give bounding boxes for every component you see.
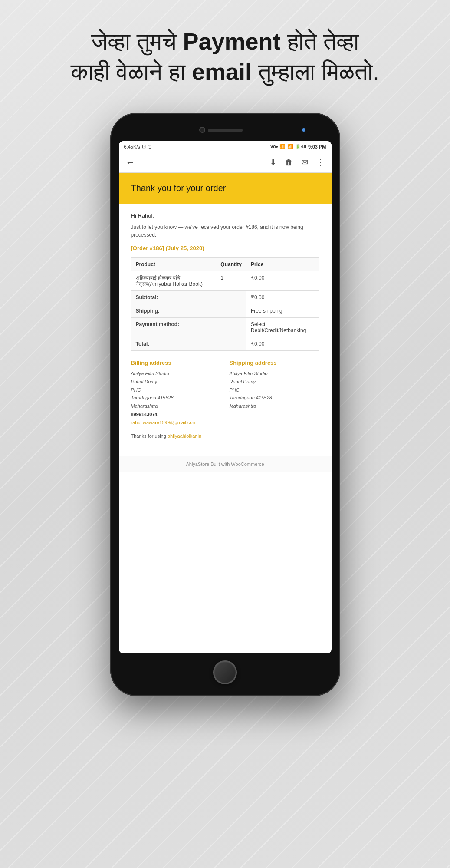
total-label: Total: <box>131 337 246 351</box>
thanks-line: Thanks for using ahilyaahiolkar.in <box>131 433 319 439</box>
back-button[interactable]: ← <box>126 157 135 168</box>
headline-line2: काही वेळाने हा email तुम्हाला मिळतो. <box>71 59 379 85</box>
shipping-title: Shipping address <box>230 360 319 366</box>
headline-line1: जेव्हा तुमचे Payment होते तेव्हा <box>91 28 358 54</box>
status-left: 6.45K/s ⊡ ⏱ <box>124 144 152 149</box>
time-display: 9:03 PM <box>308 144 326 149</box>
mail-icon[interactable]: ✉ <box>302 158 308 167</box>
headline-text: जेव्हा तुमचे Payment होते तेव्हा काही वे… <box>26 26 424 87</box>
shipping-address: Shipping address Ahilya Film Studio Rahu… <box>230 360 319 426</box>
more-icon[interactable]: ⋮ <box>317 158 325 167</box>
phone-screen: 6.45K/s ⊡ ⏱ Vo₂ 📶 📶 🔋48 9:03 PM ← <box>119 141 332 653</box>
billing-line4: Taradagaon 415528 <box>131 395 174 400</box>
table-row: अहिल्याबाई होळकर यांचे नेत्रत्व(Ahilyaba… <box>131 271 319 291</box>
thanks-link[interactable]: ahilyaahiolkar.in <box>168 433 201 439</box>
shipping-body: Ahilya Film Studio Rahul Dumy PHC Tarada… <box>230 370 319 410</box>
billing-title: Billing address <box>131 360 221 366</box>
subtotal-value: ₹0.00 <box>246 291 319 304</box>
email-content: Thank you for your order Hi Rahul, Just … <box>119 173 332 472</box>
thanks-text: Thanks for using <box>131 433 166 439</box>
email-banner: Thank you for your order <box>119 173 332 204</box>
home-button[interactable] <box>213 660 237 684</box>
shipping-line5: Maharashtra <box>230 403 256 409</box>
clock-icon: ⏱ <box>148 144 152 149</box>
headline-section: जेव्हा तुमचे Payment होते तेव्हा काही वे… <box>0 0 450 104</box>
shipping-row: Shipping: Free shipping <box>131 304 319 318</box>
billing-address: Billing address Ahilya Film Studio Rahul… <box>131 360 221 426</box>
page-background: जेव्हा तुमचे Payment होते तेव्हा काही वे… <box>0 0 450 868</box>
col-price: Price <box>246 258 319 271</box>
battery-icon: 🔋48 <box>295 144 306 149</box>
order-link[interactable]: [Order #186] (July 25, 2020) <box>131 245 319 251</box>
network-speed: 6.45K/s <box>124 144 140 149</box>
billing-line2: Rahul Dumy <box>131 379 158 384</box>
shipping-label: Shipping: <box>131 304 246 318</box>
email-body: Hi Rahul, Just to let you know — we've r… <box>119 204 332 456</box>
payment-label: Payment method: <box>131 318 246 337</box>
billing-line1: Ahilya Film Studio <box>131 371 169 376</box>
email-toolbar: ← ⬇ 🗑 ✉ ⋮ <box>119 152 332 173</box>
subtotal-label: Subtotal: <box>131 291 246 304</box>
billing-line3: PHC <box>131 387 141 393</box>
shipping-line4: Taradagaon 415528 <box>230 395 272 400</box>
billing-email[interactable]: rahul.waware1599@gmail.com <box>131 420 197 425</box>
product-price: ₹0.00 <box>246 271 319 291</box>
signal-icon: 📶 <box>287 144 293 149</box>
phone-speaker <box>208 129 243 132</box>
email-bold: email <box>192 59 252 85</box>
product-qty: 1 <box>216 271 246 291</box>
phone-camera <box>199 127 205 133</box>
delete-icon[interactable]: 🗑 <box>285 158 293 167</box>
archive-icon[interactable]: ⬇ <box>270 158 276 167</box>
shipping-line2: Rahul Dumy <box>230 379 256 384</box>
shipping-line3: PHC <box>230 387 240 393</box>
col-quantity: Quantity <box>216 258 246 271</box>
phone-bottom <box>119 657 332 687</box>
email-footer: AhlyaStore Built with WooCommerce <box>119 456 332 472</box>
email-greeting: Hi Rahul, <box>131 212 319 219</box>
email-title: Thank you for your order <box>131 183 319 193</box>
wifi-icon: 📶 <box>279 144 286 149</box>
order-table: Product Quantity Price अहिल्याबाई होळकर … <box>131 257 319 351</box>
subtotal-row: Subtotal: ₹0.00 <box>131 291 319 304</box>
status-bar: 6.45K/s ⊡ ⏱ Vo₂ 📶 📶 🔋48 9:03 PM <box>119 141 332 152</box>
payment-value: Select Debit/Credit/Netbanking <box>246 318 319 337</box>
volte-icon: Vo₂ <box>270 144 277 149</box>
payment-row: Payment method: Select Debit/Credit/Netb… <box>131 318 319 337</box>
total-value: ₹0.00 <box>246 337 319 351</box>
status-right: Vo₂ 📶 📶 🔋48 9:03 PM <box>270 144 326 149</box>
phone-outer-shell: 6.45K/s ⊡ ⏱ Vo₂ 📶 📶 🔋48 9:03 PM ← <box>110 113 340 696</box>
billing-phone: 8999143074 <box>131 412 158 417</box>
phone-notch <box>119 122 332 139</box>
col-product: Product <box>131 258 216 271</box>
billing-line5: Maharashtra <box>131 403 158 409</box>
billing-body: Ahilya Film Studio Rahul Dumy PHC Tarada… <box>131 370 221 426</box>
phone-mockup: 6.45K/s ⊡ ⏱ Vo₂ 📶 📶 🔋48 9:03 PM ← <box>110 113 340 696</box>
shipping-line1: Ahilya Film Studio <box>230 371 268 376</box>
total-row: Total: ₹0.00 <box>131 337 319 351</box>
shipping-value: Free shipping <box>246 304 319 318</box>
email-intro: Just to let you know — we've received yo… <box>131 223 319 239</box>
phone-led <box>302 128 305 132</box>
product-name: अहिल्याबाई होळकर यांचे नेत्रत्व(Ahilyaba… <box>131 271 216 291</box>
address-section: Billing address Ahilya Film Studio Rahul… <box>131 360 319 426</box>
payment-bold: Payment <box>183 28 280 54</box>
data-icon: ⊡ <box>142 144 146 149</box>
